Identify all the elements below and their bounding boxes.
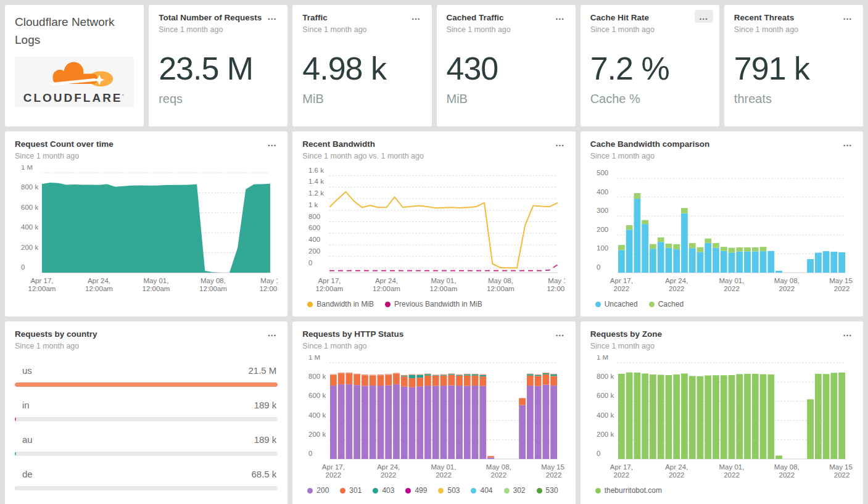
- card-subtitle: Since 1 month ago: [590, 25, 709, 34]
- country-label: au: [22, 434, 33, 445]
- legend-label: Bandwidth in MiB: [316, 300, 374, 308]
- chart-title: Requests by country: [15, 329, 278, 339]
- card-menu-button[interactable]: …: [695, 10, 713, 23]
- chart-title: Requests by HTTP Status: [302, 329, 565, 339]
- card-menu-button[interactable]: …: [263, 136, 281, 149]
- card-menu-button[interactable]: …: [838, 10, 857, 23]
- svg-text:Apr 24,2022: Apr 24,2022: [665, 277, 688, 292]
- chart-legend: UncachedCached: [590, 300, 853, 308]
- country-value: 189 k: [254, 400, 277, 410]
- country-value: 189 k: [254, 434, 277, 445]
- chart-title: Recent Bandwidth: [302, 139, 565, 149]
- svg-text:600 k: 600 k: [308, 392, 326, 400]
- chart-legend: theburritobot.com: [590, 486, 853, 495]
- svg-text:0: 0: [308, 450, 312, 457]
- svg-text:May 15,2022: May 15,2022: [829, 277, 853, 292]
- legend-label: 301: [349, 486, 362, 495]
- chart-card-recent-bandwidth: … Recent Bandwidth Since 1 month ago vs.…: [292, 131, 575, 316]
- stat-card-recent-threats: … Recent Threats Since 1 month ago 791 k…: [724, 5, 863, 126]
- legend-item[interactable]: Cached: [649, 300, 684, 308]
- country-row: in189 k: [15, 400, 278, 421]
- stat-unit: Cache %: [590, 92, 709, 106]
- chart-card-cache-bandwidth: … Cache Bandwidth comparison Since 1 mon…: [581, 131, 863, 316]
- card-subtitle: Since 1 month ago: [302, 25, 421, 34]
- chart-canvas: 1.6 k1.4 k1.2 k1 k8006004002000Apr 17,12…: [302, 165, 565, 296]
- stat-value: 430: [447, 50, 566, 87]
- legend-item[interactable]: 503: [438, 486, 460, 495]
- card-menu-button[interactable]: …: [263, 10, 281, 23]
- svg-text:0: 0: [597, 450, 600, 457]
- legend-dot-icon: [537, 488, 542, 494]
- chart-subtitle: Since 1 month ago: [15, 152, 278, 160]
- legend-item[interactable]: 403: [373, 486, 394, 495]
- country-row: au189 k: [15, 434, 278, 456]
- country-bar-fill: [15, 486, 16, 490]
- legend-item[interactable]: 302: [504, 486, 526, 495]
- svg-text:Apr 17,2022: Apr 17,2022: [610, 463, 632, 479]
- chart-title: Requests by Zone: [590, 329, 853, 339]
- stat-value: 4.98 k: [302, 50, 421, 87]
- svg-text:1.2 k: 1.2 k: [308, 189, 324, 197]
- legend-item[interactable]: theburritobot.com: [595, 486, 662, 495]
- legend-label: 403: [382, 486, 394, 495]
- card-menu-button[interactable]: …: [407, 10, 426, 23]
- svg-text:May 01,2022: May 01,2022: [431, 463, 457, 479]
- svg-text:200: 200: [597, 226, 608, 233]
- svg-text:May 08,2022: May 08,2022: [774, 463, 800, 479]
- svg-text:May 08,2022: May 08,2022: [486, 463, 511, 479]
- svg-text:May 15,2022: May 15,2022: [829, 463, 853, 479]
- chart-card-requests-by-country: … Requests by country Since 1 month ago …: [5, 321, 287, 504]
- svg-text:Apr 24,12:00am: Apr 24,12:00am: [85, 277, 113, 292]
- svg-text:100: 100: [597, 245, 608, 252]
- card-menu-button[interactable]: …: [551, 10, 569, 23]
- svg-text:1 k: 1 k: [308, 201, 318, 209]
- chart-legend: 200301403499503404302530526524: [302, 486, 565, 504]
- svg-text:Apr 17,2022: Apr 17,2022: [322, 463, 345, 479]
- svg-text:200: 200: [308, 247, 320, 255]
- middle-chart-row: … Request Count over time Since 1 month …: [5, 131, 863, 316]
- country-bar-track: [15, 486, 278, 490]
- legend-item[interactable]: 404: [471, 486, 492, 495]
- card-menu-button[interactable]: …: [551, 326, 569, 339]
- legend-label: 302: [513, 486, 526, 495]
- legend-item[interactable]: Bandwidth in MiB: [307, 300, 374, 308]
- card-menu-button[interactable]: …: [838, 326, 857, 339]
- stat-unit: reqs: [159, 92, 278, 106]
- svg-text:600 k: 600 k: [597, 392, 614, 400]
- country-label: us: [22, 365, 32, 376]
- chart-canvas: 5004003002001000Apr 17,2022Apr 24,2022Ma…: [590, 165, 853, 296]
- svg-text:0: 0: [597, 263, 600, 271]
- svg-text:Apr 17,2022: Apr 17,2022: [610, 277, 632, 292]
- svg-text:0: 0: [308, 259, 312, 266]
- svg-text:0: 0: [21, 263, 25, 271]
- chart-card-requests-by-zone: … Requests by Zone Since 1 month ago 1 M…: [581, 321, 863, 504]
- legend-item[interactable]: 301: [340, 486, 362, 495]
- svg-text:1 M: 1 M: [308, 355, 320, 361]
- svg-text:May 08,2022: May 08,2022: [774, 277, 800, 292]
- legend-item[interactable]: Previous Bandwidth in MiB: [385, 300, 482, 308]
- dashboard: Cloudflare Network Logs CLOUDFLARE' … To…: [0, 0, 868, 504]
- legend-dot-icon: [595, 488, 601, 494]
- svg-text:Apr 24,12:00am: Apr 24,12:00am: [373, 277, 400, 292]
- svg-text:400 k: 400 k: [308, 411, 326, 419]
- chart-canvas: 1 M800 k600 k400 k200 k0Apr 17,2022Apr 2…: [590, 355, 853, 482]
- legend-label: Cached: [658, 300, 684, 308]
- legend-item[interactable]: 499: [405, 486, 427, 495]
- stat-unit: threats: [734, 92, 853, 106]
- legend-item[interactable]: Uncached: [595, 300, 638, 308]
- legend-item[interactable]: 200: [307, 486, 329, 495]
- country-value: 68.5 k: [251, 469, 276, 479]
- svg-text:600 k: 600 k: [21, 204, 38, 211]
- bottom-chart-row: … Requests by country Since 1 month ago …: [5, 321, 863, 504]
- legend-label: Uncached: [605, 300, 638, 308]
- country-label: in: [22, 400, 30, 410]
- cloudflare-logo-text: CLOUDFLARE': [20, 91, 129, 105]
- card-menu-button[interactable]: …: [263, 326, 281, 339]
- legend-item[interactable]: 530: [537, 486, 558, 495]
- svg-text:200 k: 200 k: [21, 244, 38, 251]
- legend-label: 404: [480, 486, 492, 495]
- card-title: Total Number of Requests: [159, 13, 278, 23]
- svg-text:May 112:00a: May 112:00a: [259, 277, 278, 292]
- card-menu-button[interactable]: …: [838, 136, 857, 149]
- card-menu-button[interactable]: …: [551, 136, 569, 149]
